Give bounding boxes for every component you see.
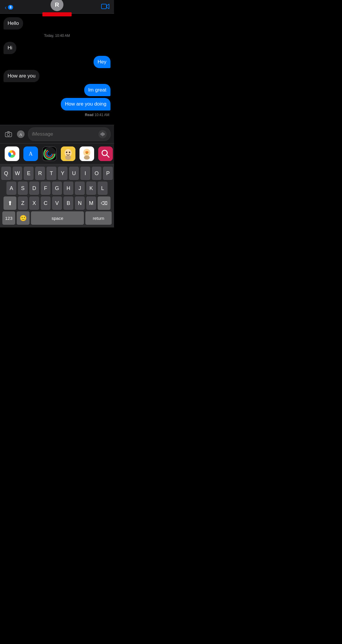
key-g[interactable]: G — [52, 182, 62, 195]
key-i[interactable]: I — [80, 167, 90, 180]
key-h[interactable]: H — [63, 182, 73, 195]
key-c[interactable]: C — [41, 196, 51, 210]
video-call-button[interactable] — [101, 4, 109, 11]
key-e[interactable]: E — [24, 167, 34, 180]
svg-rect-6 — [101, 133, 102, 136]
key-j[interactable]: J — [75, 182, 85, 195]
svg-rect-9 — [104, 133, 105, 135]
svg-text:A: A — [29, 151, 33, 157]
appstore-icon[interactable]: A — [23, 146, 38, 161]
key-p[interactable]: P — [103, 167, 113, 180]
chat-area: Hello Today, 10:40 AM Hi Hey How are you… — [0, 14, 114, 125]
fitness-icon[interactable] — [42, 146, 57, 161]
key-d[interactable]: D — [29, 182, 39, 195]
numbers-key[interactable]: 123 — [2, 211, 15, 225]
bubble-how-are-you: How are you — [4, 70, 39, 82]
timestamp-label: Today, 10:40 AM — [4, 34, 110, 38]
key-x[interactable]: X — [29, 196, 39, 210]
app-icons-row: A 😍 — [0, 143, 114, 164]
svg-text:😍: 😍 — [85, 151, 89, 154]
message-row-hello: Hello — [4, 17, 110, 30]
message-row-im-great: Im great — [4, 84, 110, 96]
audio-button[interactable] — [99, 130, 107, 138]
svg-rect-27 — [98, 146, 113, 161]
bubble-hey: Hey — [94, 56, 110, 68]
svg-point-26 — [84, 156, 90, 160]
key-n[interactable]: N — [75, 196, 85, 210]
bubble-hello: Hello — [4, 17, 23, 30]
bubble-im-great: Im great — [84, 84, 110, 96]
memoji-icon[interactable] — [61, 146, 75, 161]
memoji2-icon[interactable]: 😍 — [80, 146, 94, 161]
contact-info[interactable]: R — [42, 0, 72, 16]
camera-button[interactable] — [4, 129, 13, 139]
key-q[interactable]: Q — [1, 167, 11, 180]
key-r[interactable]: R — [35, 167, 45, 180]
back-chevron-icon: ‹ — [5, 4, 7, 10]
key-y[interactable]: Y — [58, 167, 68, 180]
key-f[interactable]: F — [41, 182, 51, 195]
contact-name-bar — [42, 12, 72, 16]
message-row-hey: Hey — [4, 56, 110, 68]
svg-rect-7 — [102, 132, 103, 136]
key-k[interactable]: K — [86, 182, 96, 195]
key-b[interactable]: B — [63, 196, 73, 210]
back-count-badge: 8 — [8, 5, 13, 10]
key-u[interactable]: U — [69, 167, 79, 180]
message-row-how-doing: How are you doing — [4, 98, 110, 110]
key-t[interactable]: T — [46, 167, 56, 180]
back-button[interactable]: ‹ 8 — [5, 4, 13, 10]
key-z[interactable]: Z — [18, 196, 28, 210]
avatar: R — [51, 0, 63, 11]
key-m[interactable]: M — [86, 196, 96, 210]
svg-point-20 — [66, 152, 68, 153]
input-bar: A — [0, 125, 114, 143]
key-w[interactable]: W — [13, 167, 23, 180]
message-input-wrap — [28, 127, 110, 141]
key-o[interactable]: O — [92, 167, 102, 180]
svg-point-11 — [11, 153, 13, 155]
svg-rect-8 — [103, 133, 104, 136]
svg-text:A: A — [19, 132, 22, 137]
header: ‹ 8 R — [0, 0, 114, 14]
photos-app-icon[interactable] — [5, 146, 19, 161]
key-s[interactable]: S — [18, 182, 28, 195]
svg-rect-5 — [101, 133, 101, 135]
message-row-how-are-you: How are you — [4, 70, 110, 82]
read-receipt: Read 10:41 AM — [4, 113, 109, 117]
message-input[interactable] — [32, 131, 96, 137]
key-l[interactable]: L — [98, 182, 108, 195]
svg-rect-0 — [101, 4, 106, 9]
space-key[interactable]: space — [31, 211, 84, 225]
return-key[interactable]: return — [85, 211, 112, 225]
keyboard-row-3: ⬆ Z X C V B N M ⌫ — [1, 196, 113, 210]
svg-point-21 — [69, 152, 70, 153]
svg-point-22 — [65, 155, 71, 160]
delete-key[interactable]: ⌫ — [98, 196, 110, 210]
keyboard-row-2: A S D F G H J K L — [1, 182, 113, 195]
svg-point-2 — [7, 133, 10, 136]
keyboard: Q W E R T Y U I O P A S D F G H J K L ⬆ … — [0, 164, 114, 227]
shift-key[interactable]: ⬆ — [4, 196, 16, 210]
search-icon-app[interactable] — [98, 146, 113, 161]
emoji-key[interactable]: 🙂 — [17, 211, 30, 225]
key-a[interactable]: A — [6, 182, 16, 195]
appstore-button[interactable]: A — [16, 129, 26, 139]
bubble-how-doing: How are you doing — [61, 98, 110, 110]
svg-point-14 — [43, 147, 56, 160]
key-v[interactable]: V — [52, 196, 62, 210]
bubble-hi: Hi — [4, 42, 16, 54]
keyboard-row-1: Q W E R T Y U I O P — [1, 167, 113, 180]
message-row-hi: Hi — [4, 42, 110, 54]
keyboard-row-4: 123 🙂 space return — [1, 211, 113, 225]
